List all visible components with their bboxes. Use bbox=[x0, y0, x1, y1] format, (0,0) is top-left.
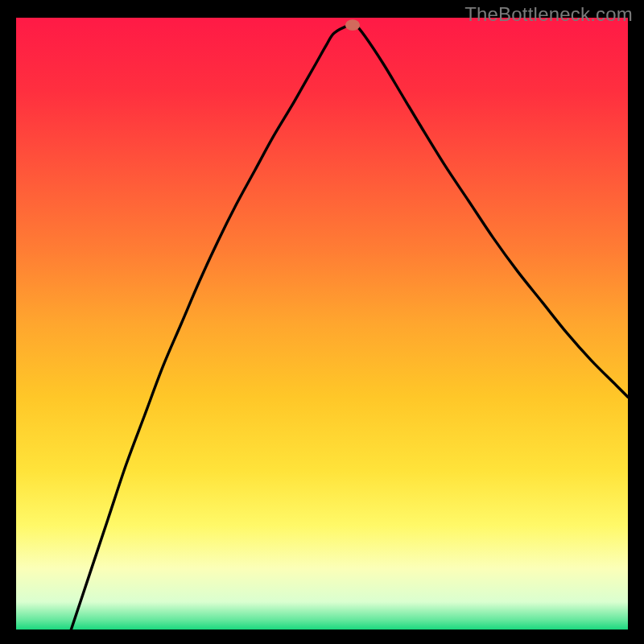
chart-svg bbox=[16, 18, 628, 630]
optimal-point-marker bbox=[345, 19, 360, 31]
chart-frame: TheBottleneck.com bbox=[0, 0, 644, 644]
plot-area bbox=[16, 18, 628, 630]
chart-background bbox=[16, 18, 628, 630]
watermark-label: TheBottleneck.com bbox=[464, 3, 633, 26]
